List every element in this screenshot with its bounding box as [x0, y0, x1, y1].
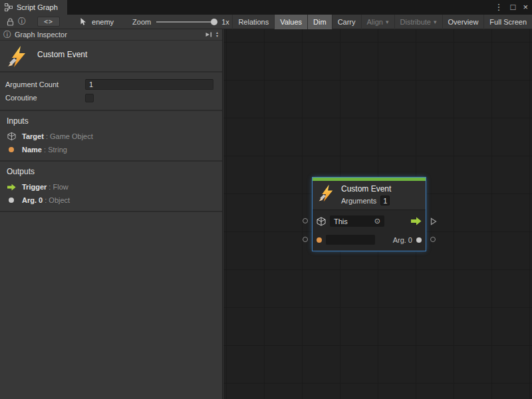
string-port-icon: [317, 237, 322, 243]
trigger-output-port[interactable]: [430, 216, 437, 224]
lock-icon[interactable]: [4, 16, 16, 28]
inspector-header: ⓘ Graph Inspector ▴▾: [0, 29, 222, 41]
outputs-section: Outputs Trigger : Flow Arg. 0 : Object: [0, 162, 222, 212]
scrollbar-arrows-icon[interactable]: ▴▾: [216, 31, 219, 38]
tab-script-graph[interactable]: Script Graph: [0, 0, 67, 15]
target-input-port[interactable]: [303, 218, 308, 223]
title-bar: Script Graph ⋮ □ ×: [0, 0, 532, 15]
inspector-title: Graph Inspector: [15, 31, 67, 39]
port-type: : Flow: [49, 183, 68, 191]
zoom-value: 1x: [221, 18, 229, 26]
carry-button[interactable]: Carry: [332, 15, 361, 29]
list-item: Name : String: [7, 143, 215, 156]
relations-button[interactable]: Relations: [232, 15, 274, 29]
coroutine-row: Coroutine: [5, 91, 213, 104]
list-item: Trigger : Flow: [7, 180, 215, 194]
cube-icon: [7, 132, 16, 141]
list-item: Target : Game Object: [7, 130, 215, 143]
pointer-icon: [77, 16, 89, 28]
argument-count-row: Argument Count: [5, 78, 213, 91]
cube-icon: [317, 217, 326, 226]
dock-icon[interactable]: [205, 31, 213, 38]
arguments-label: Arguments: [341, 197, 376, 205]
port-type: : Game Object: [46, 132, 93, 140]
info-icon: ⓘ: [3, 29, 11, 41]
target-row: This ⊙: [317, 214, 422, 228]
code-view-button[interactable]: <>: [37, 17, 60, 27]
window-menu-icon[interactable]: ⋮: [495, 0, 503, 15]
graph-inspector-panel: ⓘ Graph Inspector ▴▾ Custom Event Argume…: [0, 29, 223, 399]
arg0-row: Arg. 0: [317, 233, 422, 247]
chevron-down-icon: ▾: [386, 19, 389, 25]
argument-count-input[interactable]: [85, 79, 213, 90]
values-button[interactable]: Values: [274, 15, 307, 29]
outputs-title: Outputs: [7, 167, 215, 176]
inspector-unit-title: Custom Event: [37, 50, 87, 59]
zoom-slider[interactable]: [156, 17, 217, 27]
arg0-output-port[interactable]: [430, 237, 436, 242]
align-button: Align ▾: [361, 15, 394, 29]
string-port-icon: [7, 147, 16, 152]
object-port-icon: [7, 198, 16, 203]
coroutine-label: Coroutine: [5, 94, 85, 102]
target-dropdown[interactable]: This ⊙: [330, 215, 384, 227]
port-type: : Object: [45, 196, 70, 204]
arg0-label: Arg. 0: [393, 236, 412, 244]
object-picker-icon[interactable]: ⊙: [374, 217, 380, 225]
arguments-count-field[interactable]: 1: [380, 196, 390, 205]
list-item: Arg. 0 : Object: [7, 194, 215, 207]
align-label: Align: [367, 18, 383, 26]
custom-event-icon: [318, 184, 336, 205]
inputs-section: Inputs Target : Game Object Name : Strin…: [0, 111, 222, 162]
dim-button[interactable]: Dim: [307, 15, 332, 29]
zoom-slider-knob[interactable]: [211, 19, 217, 25]
custom-event-icon: [7, 45, 29, 68]
target-dropdown-value: This: [334, 217, 348, 225]
port-name: Arg. 0: [22, 196, 43, 204]
object-port-icon: [416, 237, 422, 243]
tab-title: Script Graph: [17, 3, 58, 11]
toolbar-buttons: Relations Values Dim Carry Align ▾ Distr…: [232, 15, 532, 29]
window-controls: ⋮ □ ×: [495, 0, 528, 15]
overview-button[interactable]: Overview: [442, 15, 484, 29]
inspector-fields: Argument Count Coroutine: [0, 72, 222, 111]
node-header[interactable]: Custom Event Arguments 1: [313, 181, 426, 209]
chevron-down-icon: ▾: [434, 19, 437, 25]
window-close-icon[interactable]: ×: [523, 0, 528, 15]
graph-canvas[interactable]: Custom Event Arguments 1 This ⊙: [223, 29, 532, 399]
distribute-label: Distribute: [400, 18, 431, 26]
arg0-value-input[interactable]: [326, 235, 375, 245]
node-title: Custom Event: [341, 184, 391, 194]
graph-name: enemy: [92, 18, 114, 26]
inputs-title: Inputs: [7, 116, 215, 126]
info-icon[interactable]: ⓘ: [16, 16, 28, 28]
port-type: : String: [44, 146, 67, 154]
argument-count-label: Argument Count: [5, 80, 85, 88]
port-name: Trigger: [22, 183, 47, 191]
flow-arrow-icon: [411, 217, 422, 225]
flow-arrow-icon: [7, 184, 16, 191]
zoom-label: Zoom: [132, 18, 151, 26]
inspector-unit-header: Custom Event: [0, 41, 222, 72]
port-name: Name: [22, 146, 42, 154]
custom-event-node[interactable]: Custom Event Arguments 1 This ⊙: [313, 178, 426, 251]
script-graph-icon: [5, 3, 13, 11]
zoom-slider-track: [156, 21, 211, 23]
port-name: Target: [22, 132, 44, 140]
distribute-button: Distribute ▾: [394, 15, 442, 29]
fullscreen-button[interactable]: Full Screen: [483, 15, 532, 29]
window-maximize-icon[interactable]: □: [511, 0, 516, 15]
coroutine-checkbox[interactable]: [85, 94, 94, 102]
name-input-port[interactable]: [303, 237, 308, 242]
node-body: This ⊙ Arg. 0: [313, 209, 426, 251]
graph-toolbar: ⓘ <> enemy Zoom 1x Relations Values Dim …: [0, 15, 532, 29]
